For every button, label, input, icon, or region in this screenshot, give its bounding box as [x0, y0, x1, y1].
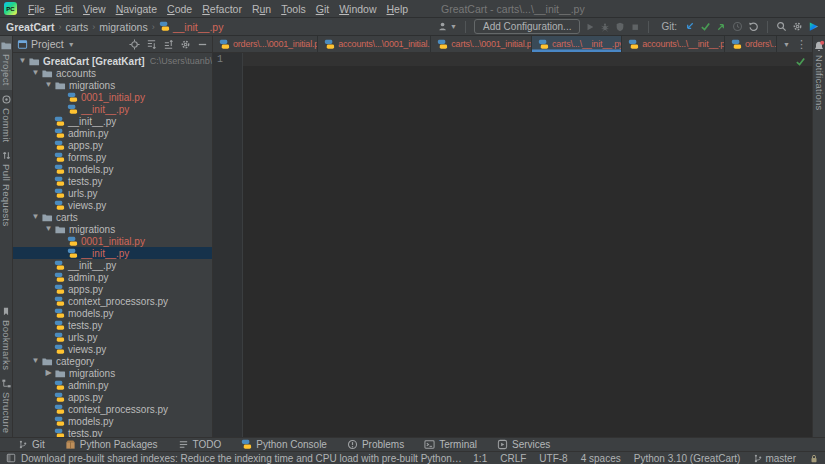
git-branch-widget[interactable]: master: [753, 453, 796, 464]
history-icon[interactable]: [732, 21, 743, 32]
tool-window-button-services[interactable]: Services: [497, 439, 550, 450]
run-with-coverage-icon[interactable]: [615, 22, 625, 32]
menu-view[interactable]: View: [78, 3, 111, 15]
inspections-ok-icon[interactable]: [795, 56, 806, 67]
menu-help[interactable]: Help: [382, 3, 414, 15]
tree-file-context_processors.py[interactable]: context_processors.py: [13, 295, 212, 307]
git-commit-icon[interactable]: [700, 21, 711, 32]
tree-file-urls.py[interactable]: urls.py: [13, 331, 212, 343]
menu-code[interactable]: Code: [162, 3, 197, 15]
hide-panel-icon[interactable]: [197, 39, 208, 50]
select-opened-file-icon[interactable]: [129, 39, 140, 50]
settings-icon[interactable]: [792, 21, 803, 32]
editor-tab[interactable]: accounts\...\__init__.py✕: [622, 36, 725, 52]
tool-window-button-structure[interactable]: Structure: [1, 374, 12, 437]
tool-window-button-commit[interactable]: Commit: [1, 90, 12, 147]
tree-file-__init__.py[interactable]: __init__.py: [13, 259, 212, 271]
project-panel-title[interactable]: Project: [31, 38, 64, 50]
tree-file-models.py[interactable]: models.py: [13, 415, 212, 427]
chevron-down-icon[interactable]: ▼: [30, 211, 41, 223]
status-interpreter[interactable]: Python 3.10 (GreatCart): [634, 453, 741, 464]
menu-edit[interactable]: Edit: [50, 3, 78, 15]
status-encoding[interactable]: UTF-8: [539, 453, 567, 464]
debug-icon[interactable]: [600, 22, 610, 32]
tree-folder-migrations[interactable]: ▼migrations: [13, 79, 212, 91]
tree-folder-accounts[interactable]: ▼accounts: [13, 67, 212, 79]
breadcrumb-item[interactable]: GreatCart: [6, 21, 54, 33]
tool-window-button-problems[interactable]: Problems: [347, 439, 404, 450]
code-with-me-button[interactable]: ▼: [438, 21, 457, 32]
tree-file-0001_initial.py[interactable]: 0001_initial.py: [13, 91, 212, 103]
chevron-down-icon[interactable]: ▼: [43, 223, 54, 235]
tree-folder-greatcart-greatkart-[interactable]: ▼GreatCart [GreatKart]C:\Users\tuanb\Gre…: [13, 55, 212, 67]
learn-ide-icon[interactable]: [808, 21, 819, 32]
collapse-all-icon[interactable]: [163, 39, 174, 50]
search-everywhere-icon[interactable]: [776, 21, 787, 32]
rollback-icon[interactable]: [748, 21, 759, 32]
tree-file-admin.py[interactable]: admin.py: [13, 271, 212, 283]
tree-file-apps.py[interactable]: apps.py: [13, 139, 212, 151]
tree-file-0001_initial.py[interactable]: 0001_initial.py: [13, 235, 212, 247]
breadcrumb-item[interactable]: carts: [65, 21, 88, 33]
tool-window-button-todo[interactable]: TODO: [178, 439, 222, 450]
breadcrumb-item[interactable]: __init__.py: [159, 21, 224, 33]
git-update-icon[interactable]: [684, 21, 695, 32]
hidden-tabs-icon[interactable]: ▼: [783, 41, 790, 48]
status-caret-position[interactable]: 1:1: [473, 453, 487, 464]
menu-tools[interactable]: Tools: [276, 3, 311, 15]
tree-folder-category[interactable]: ▼category: [13, 355, 212, 367]
add-configuration-button[interactable]: Add Configuration...: [474, 19, 580, 34]
tree-folder-carts[interactable]: ▼carts: [13, 211, 212, 223]
menu-navigate[interactable]: Navigate: [111, 3, 162, 15]
tool-window-button-pull-requests[interactable]: Pull Requests: [1, 146, 12, 231]
chevron-down-icon[interactable]: ▼: [68, 41, 75, 48]
menu-run[interactable]: Run: [247, 3, 276, 15]
editor-tab[interactable]: orders\...\: [725, 36, 777, 52]
status-indent[interactable]: 4 spaces: [581, 453, 621, 464]
breadcrumb-item[interactable]: migrations: [99, 21, 147, 33]
tool-window-button-git[interactable]: Git: [18, 439, 45, 450]
tool-window-button-notifications[interactable]: Notifications: [813, 36, 825, 115]
tree-file-admin.py[interactable]: admin.py: [13, 379, 212, 391]
chevron-down-icon[interactable]: ▼: [17, 55, 28, 67]
editor[interactable]: 1: [213, 53, 812, 437]
tree-file-__init__.py[interactable]: __init__.py: [13, 115, 212, 127]
tree-file-admin.py[interactable]: admin.py: [13, 127, 212, 139]
tree-file-tests.py[interactable]: tests.py: [13, 427, 212, 437]
menu-file[interactable]: File: [23, 3, 50, 15]
tree-file-forms.py[interactable]: forms.py: [13, 151, 212, 163]
menu-refactor[interactable]: Refactor: [197, 3, 247, 15]
chevron-down-icon[interactable]: ▼: [43, 79, 54, 91]
tool-window-switcher-icon[interactable]: [6, 453, 16, 463]
tree-file-apps.py[interactable]: apps.py: [13, 283, 212, 295]
editor-tab[interactable]: accounts\...\0001_initial.py✕: [318, 36, 431, 52]
tool-window-button-terminal[interactable]: Terminal: [424, 439, 477, 450]
editor-tab[interactable]: carts\...\__init__.py✕: [532, 36, 622, 52]
tree-file-tests.py[interactable]: tests.py: [13, 175, 212, 187]
status-line-ending[interactable]: CRLF: [500, 453, 526, 464]
tree-file-urls.py[interactable]: urls.py: [13, 187, 212, 199]
tree-file-context_processors.py[interactable]: context_processors.py: [13, 403, 212, 415]
chevron-down-icon[interactable]: ▼: [30, 67, 41, 79]
tree-file-__init__.py[interactable]: __init__.py: [13, 247, 212, 259]
chevron-right-icon[interactable]: ▶: [43, 367, 54, 379]
stop-icon[interactable]: [630, 22, 640, 32]
tree-folder-migrations[interactable]: ▶migrations: [13, 367, 212, 379]
tool-window-button-bookmarks[interactable]: Bookmarks: [1, 302, 12, 374]
chevron-down-icon[interactable]: ▼: [30, 355, 41, 367]
tree-file-apps.py[interactable]: apps.py: [13, 391, 212, 403]
editor-tab[interactable]: carts\...\0001_initial.py✕: [431, 36, 532, 52]
tree-file-models.py[interactable]: models.py: [13, 163, 212, 175]
editor-tab[interactable]: orders\...\0001_initial.py✕: [213, 36, 318, 52]
menu-git[interactable]: Git: [311, 3, 334, 15]
tool-window-button-project[interactable]: Project: [0, 36, 12, 90]
git-push-icon[interactable]: [716, 21, 727, 32]
tree-file-models.py[interactable]: models.py: [13, 307, 212, 319]
tab-options-icon[interactable]: ⋮: [796, 39, 807, 49]
expand-all-icon[interactable]: [146, 39, 157, 50]
tree-file-views.py[interactable]: views.py: [13, 199, 212, 211]
tree-file-tests.py[interactable]: tests.py: [13, 319, 212, 331]
tool-window-button-python-packages[interactable]: Python Packages: [65, 439, 158, 450]
tree-folder-migrations[interactable]: ▼migrations: [13, 223, 212, 235]
tree-file-views.py[interactable]: views.py: [13, 343, 212, 355]
